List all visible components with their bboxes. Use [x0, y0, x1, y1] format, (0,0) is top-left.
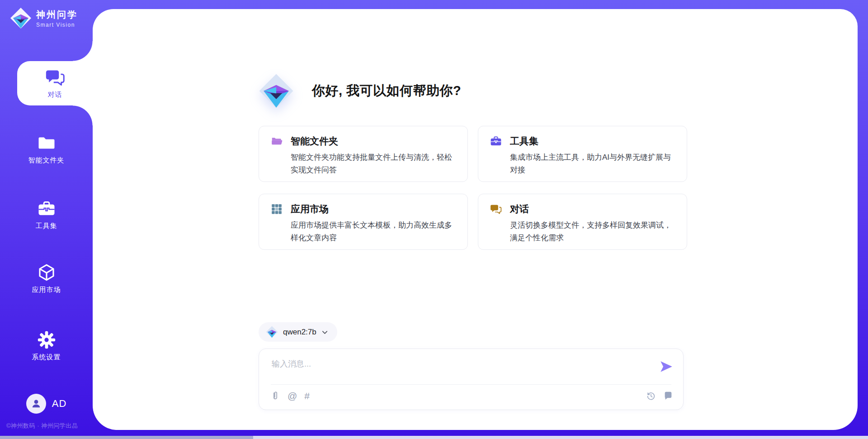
feature-card-chat[interactable]: 对话灵活切换多模型文件，支持多样回复效果调试，满足个性化需求 [478, 194, 687, 250]
message-composer: @ # [259, 348, 684, 410]
card-description: 智能文件夹功能支持批量文件上传与清洗，轻松实现文件问答 [291, 151, 457, 177]
briefcase-icon [38, 200, 56, 218]
history-button[interactable] [646, 391, 656, 401]
speech-bubble-icon [663, 391, 673, 401]
horizontal-scrollbar[interactable] [0, 436, 868, 439]
avatar [26, 394, 46, 414]
scrollbar-thumb[interactable] [0, 436, 253, 439]
card-title: 工具集 [510, 135, 538, 148]
model-selector[interactable]: qwen2:7b [259, 322, 337, 342]
brand: 神州问学 Smart Vision [10, 7, 78, 29]
sidebar-item-market[interactable]: 应用市场 [0, 263, 93, 294]
sidebar: 神州问学 Smart Vision 对话智能文件夹工具集应用市场系统设置 AD … [0, 0, 93, 439]
brand-subtitle: Smart Vision [36, 22, 78, 28]
main-panel: 你好, 我可以如何帮助你? 智能文件夹智能文件夹功能支持批量文件上传与清洗，轻松… [93, 9, 858, 430]
paperclip-icon [270, 391, 280, 401]
chevron-down-icon [321, 329, 328, 336]
cube-icon [38, 263, 56, 282]
person-icon [30, 397, 42, 410]
feature-card-market[interactable]: 应用市场应用市场提供丰富长文本模板，助力高效生成多样化文章内容 [259, 194, 468, 250]
copyright-text: ©神州数码 · 神州问学出品 [6, 422, 78, 430]
sidebar-item-label: 对话 [48, 91, 62, 99]
chat-icon [45, 67, 65, 87]
briefcase-icon [490, 135, 502, 147]
feature-cards: 智能文件夹智能文件夹功能支持批量文件上传与清洗，轻松实现文件问答工具集集成市场上… [259, 126, 687, 250]
mention-button[interactable]: @ [288, 391, 297, 401]
hash-icon: # [304, 391, 310, 401]
greeting-row: 你好, 我可以如何帮助你? [259, 73, 687, 109]
feedback-button[interactable] [663, 391, 673, 401]
card-title: 应用市场 [291, 203, 329, 215]
model-name: qwen2:7b [283, 328, 316, 337]
folder-icon [38, 134, 56, 152]
feature-card-folders[interactable]: 智能文件夹智能文件夹功能支持批量文件上传与清洗，轻松实现文件问答 [259, 126, 468, 182]
folder-open-icon [271, 135, 283, 147]
sidebar-item-settings[interactable]: 系统设置 [0, 331, 93, 362]
history-clock-icon [646, 391, 656, 401]
hashtag-button[interactable]: # [304, 391, 310, 401]
sidebar-item-folders[interactable]: 智能文件夹 [0, 134, 93, 165]
feature-card-tools[interactable]: 工具集集成市场上主流工具，助力AI与外界无缝扩展与对接 [478, 126, 687, 182]
user-profile[interactable]: AD [0, 394, 93, 414]
send-icon [659, 359, 674, 374]
sidebar-item-label: 系统设置 [32, 353, 61, 362]
message-input[interactable] [259, 349, 683, 383]
brand-name: 神州问学 [36, 9, 78, 21]
sidebar-item-chat[interactable]: 对话 [17, 61, 93, 105]
greeting-title: 你好, 我可以如何帮助你? [312, 82, 461, 100]
gear-icon [38, 331, 56, 349]
card-description: 灵活切换多模型文件，支持多样回复效果调试，满足个性化需求 [510, 219, 676, 244]
sidebar-item-label: 工具集 [36, 222, 57, 230]
sidebar-item-label: 智能文件夹 [28, 156, 65, 165]
at-icon: @ [288, 391, 297, 401]
card-title: 对话 [510, 203, 529, 215]
grid-icon [271, 203, 283, 215]
attach-button[interactable] [270, 391, 280, 401]
user-initials: AD [52, 398, 67, 410]
chat-icon [490, 203, 502, 215]
brand-logo-icon [10, 7, 32, 29]
assistant-logo-icon [259, 73, 294, 109]
card-title: 智能文件夹 [291, 135, 338, 148]
sidebar-item-tools[interactable]: 工具集 [0, 200, 93, 230]
composer-toolbar: @ # [259, 384, 683, 410]
card-description: 集成市场上主流工具，助力AI与外界无缝扩展与对接 [510, 151, 676, 177]
card-description: 应用市场提供丰富长文本模板，助力高效生成多样化文章内容 [291, 219, 457, 244]
send-button[interactable] [659, 359, 674, 374]
model-logo-icon [266, 326, 278, 338]
sidebar-item-label: 应用市场 [32, 286, 61, 294]
